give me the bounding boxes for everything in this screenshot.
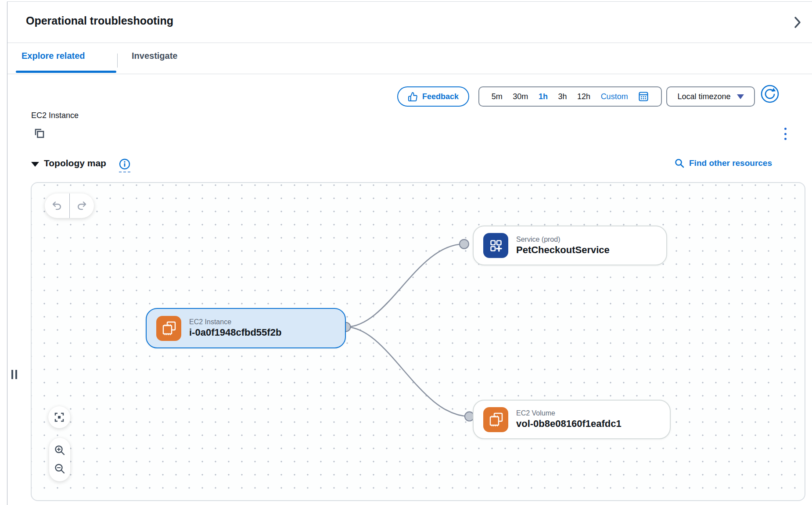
ec2-instance-icon bbox=[156, 316, 181, 341]
undo-button[interactable] bbox=[45, 193, 69, 218]
time-range-5m[interactable]: 5m bbox=[492, 92, 503, 101]
topology-map-canvas[interactable]: EC2 Instance i-0a0f1948cfbd55f2b Service… bbox=[31, 182, 805, 501]
node-type-label: Service (prod) bbox=[516, 236, 610, 244]
time-range-12h[interactable]: 12h bbox=[577, 92, 590, 101]
find-other-resources-link[interactable]: Find other resources bbox=[674, 158, 772, 168]
time-range-30m[interactable]: 30m bbox=[513, 92, 528, 101]
panel-resize-handle[interactable] bbox=[11, 370, 17, 379]
feedback-button[interactable]: Feedback bbox=[397, 86, 469, 107]
tab-separator bbox=[117, 54, 118, 68]
zoom-control bbox=[49, 438, 70, 481]
page-title: Operational troubleshooting bbox=[26, 14, 173, 27]
time-range-1h-selected[interactable]: 1h bbox=[539, 92, 548, 101]
timezone-label: Local timezone bbox=[677, 92, 730, 101]
refresh-button[interactable] bbox=[761, 85, 779, 103]
zoom-in-icon bbox=[54, 444, 66, 456]
tabs-divider bbox=[7, 74, 812, 74]
undo-redo-control bbox=[45, 193, 94, 218]
operational-troubleshooting-panel: Operational troubleshooting Explore rela… bbox=[0, 0, 812, 505]
search-icon bbox=[674, 158, 685, 168]
time-range-control: 5m 30m 1h 3h 12h Custom bbox=[478, 86, 662, 107]
service-icon bbox=[483, 233, 508, 258]
redo-icon bbox=[75, 200, 88, 211]
panel-split-border bbox=[7, 1, 7, 505]
find-other-resources-label: Find other resources bbox=[689, 158, 772, 168]
ec2-volume-icon bbox=[483, 407, 508, 432]
zoom-out-button[interactable] bbox=[54, 463, 66, 475]
node-ec2-volume[interactable]: EC2 Volume vol-0b8e08160f1eafdc1 bbox=[473, 400, 671, 439]
time-range-3h[interactable]: 3h bbox=[558, 92, 567, 101]
tab-investigate[interactable]: Investigate bbox=[132, 51, 177, 61]
node-type-label: EC2 Volume bbox=[516, 409, 622, 417]
node-service[interactable]: Service (prod) PetCheckoutService bbox=[473, 226, 667, 265]
node-ec2-instance[interactable]: EC2 Instance i-0a0f1948cfbd55f2b bbox=[146, 308, 346, 348]
tab-bar: Explore related Investigate bbox=[7, 43, 812, 74]
node-id-label: vol-0b8e08160f1eafdc1 bbox=[516, 418, 622, 430]
undo-icon bbox=[51, 200, 63, 211]
node-type-label: EC2 Instance bbox=[189, 318, 281, 326]
zoom-out-icon bbox=[54, 463, 66, 475]
resource-type-label: EC2 Instance bbox=[31, 111, 79, 120]
active-tab-underline bbox=[16, 71, 116, 73]
node-id-label: i-0a0f1948cfbd55f2b bbox=[189, 327, 281, 338]
copy-icon[interactable] bbox=[33, 127, 46, 140]
collapse-triangle-icon[interactable] bbox=[31, 162, 39, 167]
kebab-menu-icon[interactable] bbox=[782, 128, 788, 140]
caret-down-icon bbox=[737, 94, 744, 99]
feedback-label: Feedback bbox=[422, 92, 459, 101]
fit-to-screen-button[interactable] bbox=[48, 406, 70, 428]
time-range-custom[interactable]: Custom bbox=[601, 92, 628, 101]
redo-button[interactable] bbox=[70, 193, 94, 218]
tab-explore-related[interactable]: Explore related bbox=[22, 51, 85, 61]
node-id-label: PetCheckoutService bbox=[516, 244, 610, 256]
edge-connector-service bbox=[460, 240, 469, 249]
timezone-dropdown[interactable]: Local timezone bbox=[666, 86, 755, 107]
zoom-in-button[interactable] bbox=[54, 444, 66, 456]
info-icon[interactable] bbox=[119, 158, 130, 172]
panel-header: Operational troubleshooting bbox=[7, 2, 812, 43]
thumbs-up-icon bbox=[408, 92, 418, 102]
topology-section-title: Topology map bbox=[44, 158, 106, 168]
calendar-icon[interactable] bbox=[638, 91, 649, 102]
fit-screen-icon bbox=[54, 412, 65, 423]
chevron-right-icon[interactable] bbox=[794, 16, 801, 29]
